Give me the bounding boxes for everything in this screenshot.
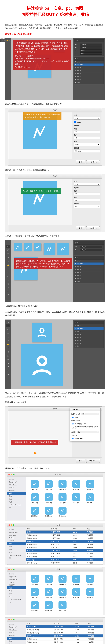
sidebar-item[interactable]: 我的所有文件 bbox=[7, 481, 26, 484]
sidebar-item[interactable]: 文稿 bbox=[7, 640, 26, 643]
layer-item[interactable]: 👁画板 3 bbox=[74, 268, 103, 272]
file-icon-item[interactable]: 画板 1.png bbox=[43, 480, 54, 490]
ps-tool[interactable]: ◈ bbox=[6, 358, 10, 361]
ps-tool[interactable]: ✍ bbox=[6, 343, 10, 346]
ps-tool[interactable]: ✍ bbox=[6, 263, 10, 266]
ps-tool[interactable]: ↖ bbox=[6, 320, 10, 324]
file-icon-item[interactable]: 画板 1.png bbox=[43, 575, 54, 585]
sidebar-item[interactable]: 下载 bbox=[7, 643, 26, 644]
prop-height[interactable] bbox=[80, 46, 102, 49]
visibility-icon[interactable]: 👁 bbox=[75, 269, 76, 270]
layer-item[interactable]: 👁画板 3 bbox=[74, 333, 103, 336]
visibility-icon[interactable]: 👁 bbox=[75, 272, 76, 274]
file-icon-item[interactable]: 画板 4.png bbox=[85, 575, 96, 585]
layer-item[interactable]: 👁画板 6 bbox=[74, 78, 103, 81]
layer-item[interactable]: 👁画板 6 bbox=[74, 277, 103, 280]
format-select[interactable]: PNG bbox=[74, 117, 100, 120]
ps-tool[interactable]: ⌗ bbox=[6, 293, 10, 296]
prop-x[interactable] bbox=[80, 50, 102, 52]
sidebar-item[interactable]: AirDrop bbox=[7, 486, 26, 489]
ps-tool[interactable]: ⌗ bbox=[6, 372, 10, 376]
col-header[interactable]: 名称 bbox=[26, 527, 50, 530]
sidebar-item[interactable]: HV5 Icon Manager bbox=[7, 504, 26, 506]
layer-item[interactable]: 👁画板 4 bbox=[74, 72, 103, 75]
sidebar-item[interactable]: 文稿 bbox=[7, 590, 26, 592]
resample-select[interactable]: 两次立方 bbox=[74, 150, 100, 152]
zoom-icon[interactable] bbox=[13, 474, 15, 476]
file-row[interactable]: 画板 2.png今日 下午5:3618 KBPNG 图像 bbox=[26, 540, 103, 543]
file-row[interactable]: 画板 4@2x.png今日 下午5:3620 KBPNG 图像 bbox=[26, 562, 103, 564]
file-row[interactable]: 画板 1.png今日 下午5:4218 KBPNG 图像 bbox=[26, 634, 103, 638]
cancel-button[interactable]: 取消 bbox=[76, 226, 85, 230]
minimize-icon[interactable] bbox=[11, 474, 12, 476]
file-icon-item[interactable]: 画板 12.png bbox=[57, 506, 68, 517]
visibility-icon[interactable]: 👁 bbox=[75, 260, 76, 262]
visibility-icon[interactable]: 👁 bbox=[75, 325, 76, 326]
sidebar-item[interactable]: 我的所有文件 bbox=[7, 575, 26, 578]
visibility-icon[interactable]: 👁 bbox=[75, 336, 76, 338]
ps-tool[interactable]: ▭ bbox=[6, 244, 10, 248]
sidebar-item[interactable]: AirDrop bbox=[7, 536, 26, 539]
visibility-icon[interactable]: 👁 bbox=[75, 79, 76, 80]
layer-item[interactable]: 👁背景 bbox=[74, 81, 103, 84]
file-icon-item[interactable]: 画板 5.png bbox=[29, 493, 40, 504]
col-header[interactable]: 大小 bbox=[72, 527, 86, 530]
ps-tool[interactable]: T bbox=[6, 267, 10, 270]
visibility-icon[interactable]: 👁 bbox=[75, 334, 76, 335]
file-icon-item[interactable]: 画板 11.png bbox=[43, 506, 54, 517]
file-icon-item[interactable]: 画板 1.png bbox=[29, 480, 40, 490]
visibility-icon[interactable]: 👁 bbox=[75, 73, 76, 74]
layer-item[interactable]: 👁背景 bbox=[74, 280, 103, 283]
file-icon-item[interactable]: 画板 3.png bbox=[71, 480, 82, 490]
col-header[interactable]: 修改日期 bbox=[50, 527, 72, 530]
file-icon-item[interactable]: 画板 11.png bbox=[43, 601, 54, 612]
layer-item[interactable]: 👁画板 复制 bbox=[74, 64, 103, 66]
file-icon-item[interactable]: 画板 5.png bbox=[29, 588, 40, 598]
file-icon-item[interactable]: 画板 2.png bbox=[57, 575, 68, 585]
visibility-icon[interactable]: 👁 bbox=[75, 342, 76, 344]
file-icon-item[interactable]: 画板 7.png bbox=[57, 588, 68, 598]
sidebar-item[interactable]: HV5 Icon Manager bbox=[7, 554, 26, 556]
file-row[interactable]: 画板 1.png今日 下午5:3632 KBPNG 图像 bbox=[26, 530, 103, 534]
sidebar-item[interactable]: 桌面 bbox=[7, 542, 26, 545]
sidebar-item[interactable]: iCloud Drive bbox=[7, 534, 26, 536]
sidebar-item[interactable]: 桌面 bbox=[7, 586, 26, 590]
sidebar-item[interactable]: 应用程序 bbox=[7, 634, 26, 637]
visibility-icon[interactable]: 👁 bbox=[75, 281, 76, 282]
file-icon-item[interactable]: 画板 10.png bbox=[29, 506, 40, 517]
file-icon-item[interactable]: 画板 9.png bbox=[85, 588, 96, 598]
ps-tool[interactable]: Q bbox=[6, 362, 10, 365]
ps-tool[interactable]: T bbox=[6, 346, 10, 350]
ps-tool[interactable]: ⬚ bbox=[6, 354, 10, 357]
file-row[interactable]: 画板 复制.png今日 下午5:4232 KBPNG 图像 bbox=[26, 625, 103, 628]
zoom-icon[interactable] bbox=[13, 524, 15, 526]
visibility-icon[interactable]: 👁 bbox=[75, 328, 76, 329]
layer-item[interactable]: 👁画板 2 bbox=[74, 330, 103, 333]
close-icon[interactable] bbox=[8, 524, 10, 526]
ps-tool[interactable]: ↺ bbox=[6, 365, 10, 368]
scale-select[interactable]: 100% bbox=[74, 143, 100, 146]
ps-tool[interactable]: ⊕ bbox=[6, 339, 10, 342]
sidebar-item[interactable]: 音乐 bbox=[7, 501, 26, 504]
file-row[interactable]: 画板 2@3x.png今日 下午5:3672 KBPNG 图像 bbox=[26, 546, 103, 549]
file-icon-item[interactable]: 画板 12.png bbox=[57, 601, 68, 612]
visibility-icon[interactable]: 👁 bbox=[75, 61, 76, 63]
visibility-icon[interactable]: 👁 bbox=[75, 346, 76, 347]
col-header[interactable]: 大小 bbox=[74, 622, 87, 625]
visibility-icon[interactable]: 👁 bbox=[75, 275, 76, 276]
ps-tool[interactable]: ✂ bbox=[6, 252, 10, 256]
layer-item[interactable]: 👁画板 4 bbox=[74, 272, 103, 274]
layer-item[interactable]: 👁画板 5 bbox=[74, 274, 103, 277]
visibility-icon[interactable]: 👁 bbox=[75, 67, 76, 69]
visibility-icon[interactable]: 👁 bbox=[75, 82, 76, 84]
export-all-button[interactable]: 全部导出... bbox=[86, 226, 100, 230]
sidebar-item[interactable]: 下载 bbox=[7, 548, 26, 551]
sidebar-item[interactable]: 桌面 bbox=[7, 637, 26, 640]
file-row[interactable]: 画板 1@3x.png今日 下午5:4272 KBPNG 图像 bbox=[26, 641, 103, 644]
ps-tool[interactable]: Q bbox=[6, 282, 10, 285]
sidebar-item[interactable]: 我的所有文件 bbox=[7, 531, 26, 534]
ps-tool[interactable]: ◈ bbox=[6, 278, 10, 282]
layer-item[interactable]: 👁画板 6 bbox=[74, 342, 103, 345]
visibility-icon[interactable]: 👁 bbox=[75, 266, 76, 268]
col-header[interactable]: 种类 bbox=[87, 622, 103, 625]
